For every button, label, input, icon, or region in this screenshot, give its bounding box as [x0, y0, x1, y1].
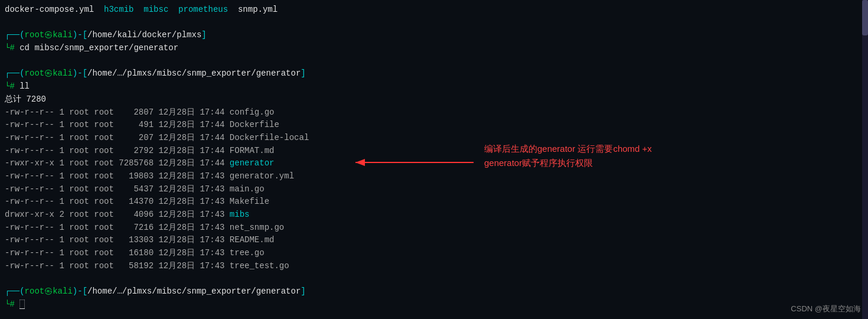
ls-dir-prometheus: prometheus: [178, 5, 228, 14]
annotation-line-1: 编译后生成的generator 运行需要chomd +x: [484, 144, 652, 154]
ls-file-dockercompose: docker-compose.yml: [5, 5, 94, 14]
prompt-bracket-end-1: ]: [201, 30, 206, 40]
file-line-dockerfile: -rw-r--r-- 1 root root 491 12月28日 17:44 …: [5, 119, 863, 132]
final-prompt-line: ┌──(root㉿kali)-[/home/…/plmxs/mibsc/snmp…: [5, 285, 863, 298]
annotation-line-2: generator赋予程序执行权限: [484, 158, 593, 168]
file-line-config-go: -rw-r--r-- 1 root root 2807 12月28日 17:44…: [5, 106, 863, 119]
total-line: 总计 7280: [5, 93, 863, 106]
final-prompt-cmd-line: └# █: [5, 298, 863, 311]
prompt-line-1: ┌──(root㉿kali)-[/home/kali/docker/plmxs]: [5, 29, 863, 42]
file-line-net-snmp-go: -rw-r--r-- 1 root root 7216 12月28日 17:43…: [5, 222, 863, 235]
prompt-cmd-line-2: └# ll: [5, 80, 863, 93]
prompt-corner-1: ┌──(: [5, 30, 25, 40]
file-line-tree-go: -rw-r--r-- 1 root root 16180 12月28日 17:4…: [5, 247, 863, 260]
prompt-hash-2: └#: [5, 82, 19, 91]
cursor: █: [19, 300, 24, 309]
prompt-corner-2: ┌──(: [5, 69, 25, 78]
blank-line-1: [5, 17, 863, 30]
prompt-bracket-close-2: )-[: [73, 69, 87, 78]
file-line-format-md: -rw-r--r-- 1 root root 2792 12月28日 17:44…: [5, 145, 863, 158]
file-line-makefile: -rw-r--r-- 1 root root 14370 12月28日 17:4…: [5, 196, 863, 209]
prompt-user-1: root㉿kali: [25, 30, 73, 40]
prompt-bracket-end-2: ]: [301, 69, 305, 78]
file-line-generator-yml: -rw-r--r-- 1 root root 19803 12月28日 17:4…: [5, 170, 863, 183]
ls-dir-mibsc: mibsc: [143, 5, 168, 14]
mibs-dirname: mibs: [230, 210, 250, 219]
final-prompt-bracket-close: )-[: [73, 287, 87, 296]
blank-line-3: [5, 272, 863, 285]
file-line-dockerfile-local: -rw-r--r-- 1 root root 207 12月28日 17:44 …: [5, 132, 863, 145]
cmd-1: cd mibsc/snmp_exporter/generator: [19, 43, 178, 53]
file-line-mibs: drwxr-xr-x 2 root root 4096 12月28日 17:43…: [5, 209, 863, 222]
terminal-window: docker-compose.yml h3cmib mibsc promethe…: [0, 0, 868, 319]
file-line-main-go: -rw-r--r-- 1 root root 5437 12月28日 17:43…: [5, 183, 863, 196]
final-prompt-path: /home/…/plmxs/mibsc/snmp_exporter/genera…: [87, 287, 301, 296]
prompt-line-2: ┌──(root㉿kali)-[/home/…/plmxs/mibsc/snmp…: [5, 67, 863, 80]
file-line-readme-md: -rw-r--r-- 1 root root 13303 12月28日 17:4…: [5, 234, 863, 247]
ls-file-snmpyml: snmp.yml: [238, 5, 278, 14]
final-prompt-corner: ┌──(: [5, 287, 25, 296]
prompt-path-2: /home/…/plmxs/mibsc/snmp_exporter/genera…: [87, 69, 301, 78]
generator-filename: generator: [230, 158, 275, 168]
prompt-bracket-close-1: )-[: [73, 30, 87, 40]
prompt-hash-1: └#: [5, 43, 19, 53]
watermark: CSDN @夜星空如海: [791, 304, 861, 314]
prompt-path-1: /home/kali/docker/plmxs: [87, 30, 201, 40]
scrollbar[interactable]: [862, 0, 868, 319]
prompt-cmd-line-1: └# cd mibsc/snmp_exporter/generator: [5, 42, 863, 55]
blank-line-2: [5, 55, 863, 68]
final-prompt-user: root㉿kali: [25, 287, 73, 296]
file-line-tree-test-go: -rw-r--r-- 1 root root 58192 12月28日 17:4…: [5, 260, 863, 273]
ls-dir-h3cmib: h3cmib: [104, 5, 133, 14]
prompt-user-2: root㉿kali: [25, 69, 73, 78]
cmd-2: ll: [19, 82, 30, 91]
scrollbar-thumb[interactable]: [862, 0, 868, 35]
ls-output-line: docker-compose.yml h3cmib mibsc promethe…: [5, 4, 863, 17]
final-prompt-hash: └#: [5, 300, 19, 309]
final-prompt-bracket-end: ]: [301, 287, 305, 296]
annotation-arrow: [350, 157, 479, 168]
annotation-text: 编译后生成的generator 运行需要chomd +x generator赋予…: [484, 142, 652, 170]
